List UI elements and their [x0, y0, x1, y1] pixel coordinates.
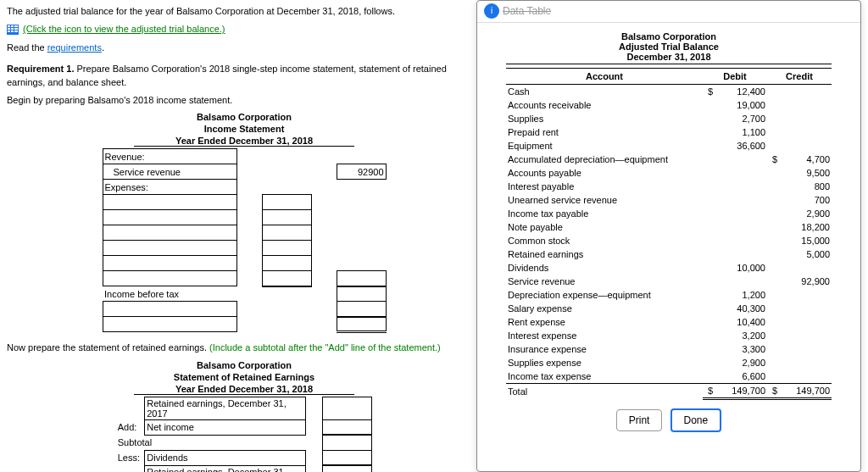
service-revenue-value[interactable]: 92900 — [337, 164, 386, 180]
debit-cell — [715, 220, 767, 234]
net-income-val[interactable] — [323, 419, 372, 435]
table-row: Equipment36,600 — [506, 139, 832, 153]
expense-row-4[interactable] — [103, 241, 236, 256]
expense-row-6[interactable] — [103, 271, 236, 286]
expenses-label: Expenses: — [103, 180, 236, 195]
expense-val-2[interactable] — [262, 210, 311, 225]
table-row: Depreciation expense—equipment1,200 — [506, 288, 832, 302]
account-cell: Service revenue — [506, 275, 703, 288]
income-title: Income Statement — [7, 124, 481, 134]
net-row[interactable] — [103, 317, 236, 332]
credit-cell — [779, 125, 832, 139]
account-cell: Dividends — [506, 261, 703, 275]
debit-cell: 40,300 — [715, 302, 767, 315]
re-2017-label[interactable]: Retained earnings, December 31, 2017 — [145, 397, 306, 419]
svg-rect-8 — [11, 31, 14, 32]
total-label: Total — [506, 384, 703, 399]
print-button[interactable]: Print — [616, 409, 663, 431]
income-statement-block: Balsamo Corporation Income Statement Yea… — [7, 112, 481, 333]
table-row: Accounts receivable19,000 — [506, 98, 832, 112]
expense-row-2[interactable] — [103, 210, 236, 225]
tb-company: Balsamo Corporation — [506, 31, 832, 42]
account-cell: Income tax expense — [506, 369, 703, 384]
modal-header: i Data Table — [477, 1, 860, 23]
expense-val-4[interactable] — [262, 241, 311, 256]
left-panel: The adjusted trial balance for the year … — [0, 0, 488, 472]
credit-cell: 18,200 — [779, 220, 832, 234]
credit-cell — [779, 112, 832, 125]
subtotal-label: Subtotal — [116, 435, 306, 450]
expense-total[interactable] — [337, 271, 386, 286]
table-row: Supplies expense2,900 — [506, 356, 832, 369]
debit-cell — [715, 207, 767, 220]
dividends-label[interactable]: Dividends — [145, 450, 306, 465]
expense-val-1[interactable] — [262, 195, 311, 210]
table-row: Income tax expense6,600 — [506, 369, 832, 384]
svg-rect-5 — [11, 28, 14, 30]
debit-cell — [715, 180, 767, 193]
credit-cell — [779, 342, 832, 356]
re-2018-label[interactable]: Retained earnings, December 31, 2018 — [145, 465, 306, 472]
re-company: Balsamo Corporation — [7, 360, 481, 370]
account-cell: Common stock — [506, 234, 703, 247]
table-row: Note payable18,200 — [506, 220, 832, 234]
account-cell: Salary expense — [506, 302, 703, 315]
svg-rect-3 — [14, 25, 18, 27]
svg-rect-1 — [8, 25, 10, 27]
add-label: Add: — [116, 419, 145, 435]
table-row: Insurance expense3,300 — [506, 342, 832, 356]
account-cell: Unearned service revenue — [506, 193, 703, 207]
account-cell: Insurance expense — [506, 342, 703, 356]
tax-row[interactable] — [103, 302, 236, 317]
income-company: Balsamo Corporation — [7, 112, 481, 122]
requirements-link[interactable]: requirements — [47, 42, 102, 53]
account-cell: Retained earnings — [506, 247, 703, 261]
credit-cell: 4,700 — [779, 153, 832, 166]
expense-row-1[interactable] — [103, 195, 236, 210]
account-cell: Equipment — [506, 139, 703, 153]
intro-text: The adjusted trial balance for the year … — [7, 5, 481, 18]
dividends-val[interactable] — [323, 450, 372, 465]
svg-rect-2 — [11, 25, 14, 27]
expense-val-6[interactable] — [262, 271, 311, 286]
account-cell: Depreciation expense—equipment — [506, 288, 703, 302]
table-row: Accounts payable9,500 — [506, 166, 832, 180]
credit-cell — [779, 315, 832, 329]
net-income-label[interactable]: Net income — [145, 419, 306, 435]
credit-cell: 2,900 — [779, 207, 832, 220]
re-2018-val[interactable] — [323, 465, 372, 472]
grid-icon[interactable] — [7, 25, 19, 35]
debit-cell: 1,100 — [715, 125, 767, 139]
trial-balance-wrapper: Balsamo Corporation Adjusted Trial Balan… — [477, 23, 860, 441]
done-button[interactable]: Done — [670, 408, 722, 432]
credit-cell: 15,000 — [779, 234, 832, 247]
modal-title: Data Table — [503, 5, 551, 17]
data-table-modal: i Data Table Balsamo Corporation Adjuste… — [476, 0, 861, 472]
table-row: Cash$12,400 — [506, 85, 832, 99]
debit-cell — [715, 234, 767, 247]
table-row: Interest expense3,200 — [506, 329, 832, 342]
expense-row-5[interactable] — [103, 256, 236, 271]
begin-text: Begin by preparing Balsamo's 2018 income… — [7, 94, 481, 107]
income-before-tax-val[interactable] — [337, 286, 386, 302]
account-cell: Accounts receivable — [506, 98, 703, 112]
account-cell: Accounts payable — [506, 166, 703, 180]
click-icon-link[interactable]: (Click the icon to view the adjusted tri… — [23, 24, 225, 34]
expense-val-5[interactable] — [262, 256, 311, 271]
total-credit: 149,700 — [779, 384, 832, 399]
subtotal-val[interactable] — [323, 435, 372, 450]
table-row: Dividends10,000 — [506, 261, 832, 275]
credit-cell — [779, 356, 832, 369]
net-val[interactable] — [337, 317, 386, 332]
tax-val[interactable] — [337, 302, 386, 317]
debit-cell — [715, 247, 767, 261]
now-prepare-text: Now prepare the statement of retained ea… — [7, 342, 481, 354]
svg-rect-4 — [8, 28, 10, 30]
table-row: Retained earnings5,000 — [506, 247, 832, 261]
expense-row-3[interactable] — [103, 225, 236, 241]
service-revenue-label[interactable]: Service revenue — [103, 164, 236, 180]
table-row: Income tax payable2,900 — [506, 207, 832, 220]
re-2017-val[interactable] — [323, 397, 372, 419]
expense-val-3[interactable] — [262, 225, 311, 241]
debit-cell: 10,000 — [715, 261, 767, 275]
